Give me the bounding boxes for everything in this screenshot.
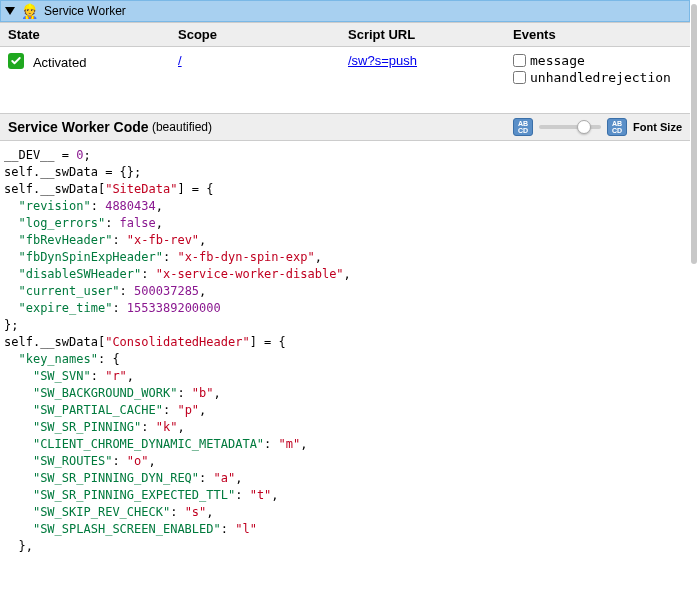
event-checkbox[interactable] — [513, 71, 526, 84]
event-name: unhandledrejection — [530, 70, 671, 85]
slider-thumb-icon[interactable] — [577, 120, 591, 134]
panel-header[interactable]: 👷 Service Worker — [0, 0, 690, 22]
service-worker-table: State Scope Script URL Events Activated … — [0, 22, 690, 93]
col-events: Events — [505, 23, 690, 47]
panel-title: Service Worker — [44, 4, 126, 18]
font-size-slider[interactable] — [539, 125, 601, 129]
table-row: Activated / /sw?s=push messageunhandledr… — [0, 47, 690, 94]
event-checkbox-row: message — [513, 53, 682, 68]
code-header-title: Service Worker Code — [8, 119, 149, 135]
worker-icon: 👷 — [21, 3, 38, 19]
font-size-label: Font Size — [633, 121, 682, 133]
event-checkbox-row: unhandledrejection — [513, 70, 682, 85]
event-checkbox[interactable] — [513, 54, 526, 67]
script-url-link[interactable]: /sw?s=push — [348, 53, 417, 68]
font-size-large-button[interactable]: ABCD — [607, 118, 627, 136]
check-icon — [8, 53, 24, 69]
code-header: Service Worker Code (beautified) ABCD AB… — [0, 113, 690, 141]
scope-link[interactable]: / — [178, 53, 182, 68]
col-state: State — [0, 23, 170, 47]
scrollbar[interactable] — [691, 4, 697, 264]
state-label: Activated — [33, 55, 86, 70]
code-header-sub: (beautified) — [152, 120, 212, 134]
font-size-small-button[interactable]: ABCD — [513, 118, 533, 136]
col-scope: Scope — [170, 23, 340, 47]
disclosure-triangle-icon[interactable] — [5, 7, 15, 15]
code-block[interactable]: __DEV__ = 0;self.__swData = {};self.__sw… — [0, 141, 690, 561]
col-script-url: Script URL — [340, 23, 505, 47]
event-name: message — [530, 53, 585, 68]
